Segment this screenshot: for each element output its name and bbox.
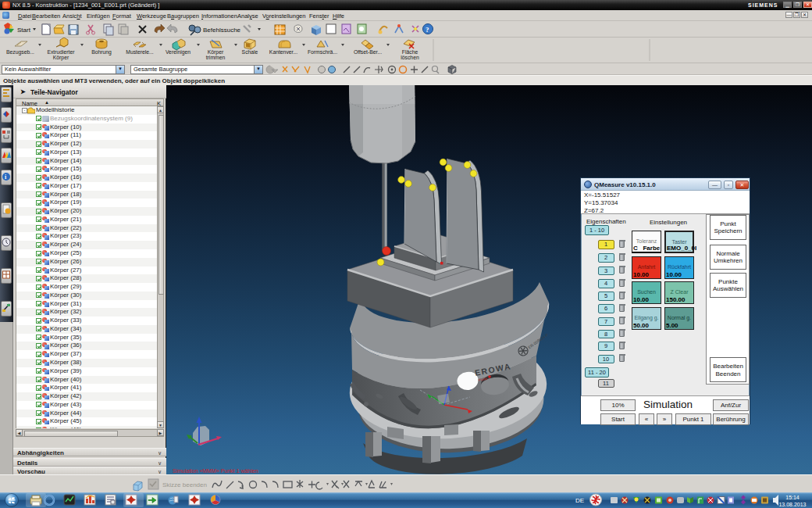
svg-text:Simulation «MMM» Punkt 1 wähle: Simulation «MMM» Punkt 1 wählen <box>173 468 258 474</box>
svg-text:15:14: 15:14 <box>785 495 800 500</box>
svg-text:Skizze beenden: Skizze beenden <box>162 481 207 488</box>
svg-text:Start: Start <box>17 27 31 34</box>
svg-text:?: ? <box>426 26 429 34</box>
svg-text:DE: DE <box>575 497 584 504</box>
svg-text:Befehlssuche: Befehlssuche <box>203 27 241 34</box>
svg-text:13.08.2013: 13.08.2013 <box>778 502 806 507</box>
